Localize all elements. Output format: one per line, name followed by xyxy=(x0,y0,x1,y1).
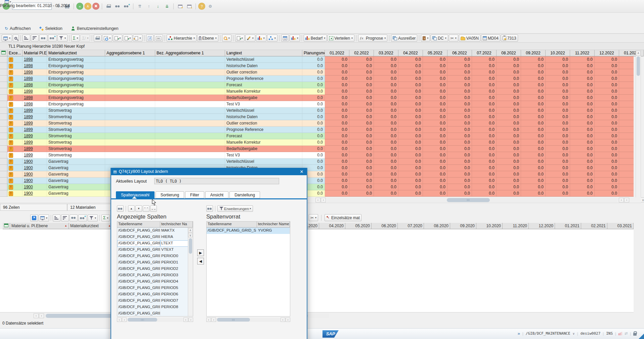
sort-desc-button[interactable] xyxy=(31,35,39,42)
cell-planungsme[interactable]: 0.0 xyxy=(302,69,325,76)
row-selector-cell[interactable] xyxy=(0,95,7,101)
cell-month-value[interactable]: 0.0 xyxy=(325,184,349,190)
export-xxl-button[interactable] xyxy=(30,214,38,222)
bottom-column-header[interactable]: Materialkurztext▲ xyxy=(69,223,113,229)
cell-month-value[interactable]: 0.0 xyxy=(325,56,349,63)
tab-darstellung[interactable]: Darstellung xyxy=(229,191,260,198)
cell-month-value[interactable]: 0.0 xyxy=(521,82,546,88)
hierarchie-button[interactable]: Hierarchie▾ xyxy=(167,35,197,42)
cell-month-value[interactable]: 0.0 xyxy=(570,82,595,88)
row-selector-cell[interactable] xyxy=(0,158,7,165)
cell-month-value[interactable]: 0.0 xyxy=(325,190,349,197)
cell-month-value[interactable]: 0.0 xyxy=(325,88,349,95)
cell-month-value[interactable]: 0.0 xyxy=(398,133,423,139)
cell-month-value[interactable]: 0.0 xyxy=(398,88,423,95)
cell-month-value[interactable]: 0.0 xyxy=(546,146,570,152)
cell-month-value[interactable]: 0.0 xyxy=(570,139,595,146)
cell-month-value[interactable]: 0.0 xyxy=(374,69,398,76)
cell-month-value[interactable]: 0.0 xyxy=(619,178,634,184)
cell-month-value[interactable]: 0.0 xyxy=(349,171,374,178)
cell-month-value[interactable]: 0.0 xyxy=(423,146,447,152)
cell-month-value[interactable]: 0.0 xyxy=(349,88,374,95)
material-link[interactable]: 1899 xyxy=(24,153,33,157)
cell-planungsme[interactable]: 0.0 xyxy=(302,95,325,101)
cell-month-value[interactable]: 0.0 xyxy=(374,178,398,184)
column-row[interactable]: /GIB/DCF_PLANG_GRID_SPERIOD8 xyxy=(117,304,193,310)
cell-month-value[interactable]: 0.0 xyxy=(472,120,497,127)
cell-month-value[interactable]: 0.0 xyxy=(546,107,570,114)
material-link[interactable]: 1898 xyxy=(24,70,33,75)
panel-horizontal-scrollbar[interactable]: ‹ › ‹ › xyxy=(117,317,193,322)
cell-month-value[interactable]: 0.0 xyxy=(447,184,472,190)
row-selector-cell[interactable] xyxy=(0,120,7,127)
column-header-month[interactable]: 03.2022 xyxy=(374,50,398,56)
cell-month-value[interactable]: 0.0 xyxy=(374,133,398,139)
cell-month-value[interactable]: 0.0 xyxy=(423,95,447,101)
cell-month-value[interactable]: 0.0 xyxy=(472,76,497,82)
va05n-button[interactable]: VA05N xyxy=(459,35,480,42)
column-header-month[interactable]: 05.2022 xyxy=(423,50,447,56)
cell-month-value[interactable]: 0.0 xyxy=(398,178,423,184)
row-selector-cell[interactable] xyxy=(0,69,7,76)
cell-month-value[interactable]: 0.0 xyxy=(447,165,472,171)
find-button[interactable] xyxy=(39,35,47,42)
cell-month-value[interactable]: 0.0 xyxy=(447,133,472,139)
insert-button[interactable]: ▾ xyxy=(133,35,142,42)
cell-month-value[interactable]: 0.0 xyxy=(595,146,619,152)
cell-month-value[interactable]: 0.0 xyxy=(570,95,595,101)
cell-month-value[interactable]: 0.0 xyxy=(497,178,521,184)
cell-month-value[interactable]: 0.0 xyxy=(472,158,497,165)
column-row[interactable]: /GIB/DCF_PLANG_GRID_SPERIOD0 xyxy=(117,253,193,259)
cell-month-value[interactable]: 0.0 xyxy=(398,190,423,197)
erweiterungen-button[interactable]: Erweiterungen ▾ xyxy=(217,205,253,212)
cell-month-value[interactable]: 0.0 xyxy=(595,139,619,146)
row-selector-cell[interactable] xyxy=(0,178,7,184)
cell-month-value[interactable]: 0.0 xyxy=(521,63,546,69)
cell-month-value[interactable]: 0.0 xyxy=(570,146,595,152)
list-vertical-scrollbar[interactable]: ∧∨ xyxy=(188,228,193,316)
scrollbar-thumb[interactable] xyxy=(637,56,640,76)
find-next-button[interactable] xyxy=(123,3,131,10)
list-column-technischer-name[interactable]: technischer Na xyxy=(160,222,193,227)
cell-month-value[interactable]: 0.0 xyxy=(521,127,546,133)
cell-month-value[interactable]: 0.0 xyxy=(619,127,634,133)
scrollbar-track[interactable] xyxy=(327,198,617,202)
cell-month-value[interactable]: 0.0 xyxy=(570,171,595,178)
tab-sortierung[interactable]: Sortierung xyxy=(156,191,184,198)
cell-month-value[interactable]: 0.0 xyxy=(374,190,398,197)
cell-month-value[interactable]: 0.0 xyxy=(570,69,595,76)
cell-month-value[interactable]: 0.0 xyxy=(521,184,546,190)
cell-month-value[interactable]: 0.0 xyxy=(546,101,570,107)
cell-month-value[interactable]: 0.0 xyxy=(595,158,619,165)
row-selector-cell[interactable] xyxy=(0,139,7,146)
grid-row[interactable]: !1898EntsorgungsvertragOutlier correctio… xyxy=(0,69,634,76)
cell-month-value[interactable]: 0.0 xyxy=(595,107,619,114)
bottom-column-header-month[interactable]: 08.2020 xyxy=(424,223,450,229)
column-row[interactable]: /GIB/DCF_PLANG_GRID_SVTEXT xyxy=(117,247,193,253)
cell-month-value[interactable]: 0.0 xyxy=(546,171,570,178)
column-header-month[interactable]: 02.2022 xyxy=(349,50,374,56)
scroll-left-icon[interactable]: ‹ xyxy=(281,318,285,322)
cell-month-value[interactable]: 0.0 xyxy=(497,133,521,139)
cell-month-value[interactable]: 0.0 xyxy=(570,107,595,114)
calendar-button[interactable] xyxy=(281,35,289,42)
cell-month-value[interactable]: 0.0 xyxy=(595,184,619,190)
find-button[interactable] xyxy=(117,205,124,212)
material-link[interactable]: 1898 xyxy=(24,63,33,68)
cell-month-value[interactable]: 0.0 xyxy=(497,190,521,197)
cell-planungsme[interactable]: 0.0 xyxy=(302,158,325,165)
cell-month-value[interactable]: 0.0 xyxy=(570,101,595,107)
cell-month-value[interactable]: 0.0 xyxy=(398,114,423,120)
cell-month-value[interactable]: 0.0 xyxy=(619,120,634,127)
material-link[interactable]: 1898 xyxy=(24,102,33,106)
cell-month-value[interactable]: 0.0 xyxy=(423,184,447,190)
cell-month-value[interactable]: 0.0 xyxy=(325,120,349,127)
cell-month-value[interactable]: 0.0 xyxy=(546,69,570,76)
chart-button[interactable]: ▾ xyxy=(256,35,266,42)
cell-month-value[interactable]: 0.0 xyxy=(595,69,619,76)
cell-month-value[interactable]: 0.0 xyxy=(349,56,374,63)
cell-month-value[interactable]: 0.0 xyxy=(447,171,472,178)
cell-month-value[interactable]: 0.0 xyxy=(546,56,570,63)
cell-month-value[interactable]: 0.0 xyxy=(497,120,521,127)
cell-month-value[interactable]: 0.0 xyxy=(570,88,595,95)
